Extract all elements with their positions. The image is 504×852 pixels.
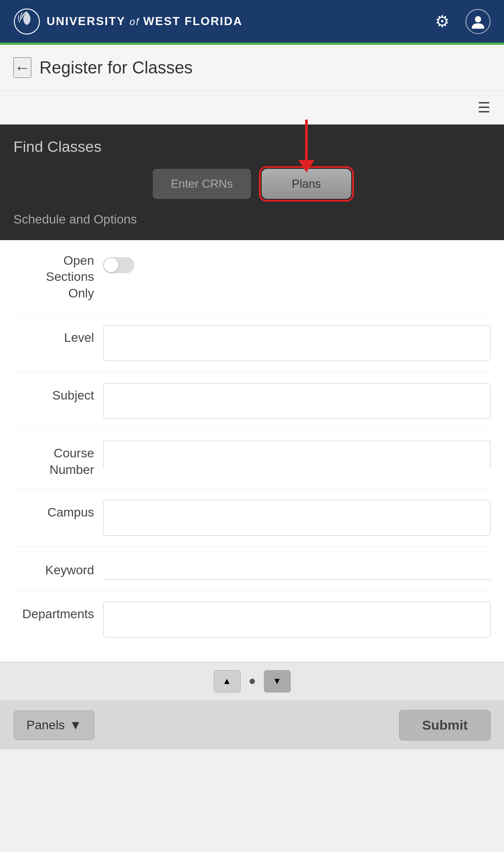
back-button[interactable]: ← (13, 57, 31, 78)
settings-button[interactable]: ⚙ (430, 9, 455, 34)
subject-input[interactable] (103, 383, 491, 419)
open-sections-row: OpenSectionsOnly (13, 240, 491, 314)
enter-crns-button[interactable]: Enter CRNs (153, 169, 251, 199)
svg-point-1 (475, 16, 481, 22)
page-up-button[interactable]: ▲ (214, 670, 241, 693)
level-input[interactable] (103, 325, 491, 361)
find-classes-title: Find Classes (13, 138, 491, 155)
logo: UNIVERSITY of WEST FLORIDA (13, 8, 243, 35)
user-icon (470, 13, 486, 30)
up-arrow-icon: ▲ (223, 676, 232, 686)
campus-input[interactable] (103, 500, 491, 536)
level-label: Level (13, 325, 94, 346)
subject-label: Subject (13, 383, 94, 404)
hamburger-menu-button[interactable]: ☰ (478, 99, 491, 116)
submit-button[interactable]: Submit (399, 710, 491, 740)
user-profile-button[interactable] (465, 9, 491, 34)
panels-button[interactable]: Panels ▼ (13, 710, 95, 740)
gear-icon: ⚙ (435, 12, 449, 31)
schedule-options-label: Schedule and Options (13, 212, 491, 227)
app-header: UNIVERSITY of WEST FLORIDA ⚙ (0, 0, 504, 45)
course-number-row: CourseNumber (13, 430, 491, 489)
down-arrow-icon: ▼ (273, 676, 282, 686)
find-classes-section: Find Classes Enter CRNs Plans Schedule a… (0, 125, 504, 240)
uwf-logo-icon (13, 8, 40, 35)
keyword-input[interactable] (103, 558, 491, 580)
header-icons: ⚙ (430, 9, 491, 34)
plans-button-wrapper: Plans (262, 169, 351, 199)
keyword-row: Keyword (13, 547, 491, 591)
bottom-bar: Panels ▼ Submit (0, 701, 504, 749)
keyword-label: Keyword (13, 558, 94, 578)
form-section: OpenSectionsOnly Level Subject CourseNum… (0, 240, 504, 662)
departments-label: Departments (13, 602, 94, 622)
page-title: Register for Classes (39, 58, 193, 77)
course-number-label: CourseNumber (13, 441, 94, 478)
open-sections-toggle[interactable] (103, 257, 134, 273)
logo-text: UNIVERSITY of WEST FLORIDA (47, 14, 243, 28)
page-dot (250, 679, 255, 684)
panels-chevron-icon: ▼ (69, 718, 82, 732)
crns-plans-row: Enter CRNs Plans (13, 169, 491, 199)
back-navigation: ← Register for Classes (0, 45, 504, 91)
campus-label: Campus (13, 500, 94, 521)
panels-label: Panels (26, 718, 65, 732)
departments-input[interactable] (103, 602, 491, 637)
toggle-knob (104, 258, 118, 272)
plans-button[interactable]: Plans (262, 169, 351, 199)
departments-row: Departments (13, 591, 491, 648)
page-down-button[interactable]: ▼ (264, 670, 291, 693)
level-row: Level (13, 314, 491, 372)
campus-row: Campus (13, 489, 491, 547)
open-sections-label: OpenSectionsOnly (13, 253, 94, 301)
pagination-bar: ▲ ▼ (0, 662, 504, 701)
course-number-input[interactable] (103, 441, 491, 468)
menu-bar: ☰ (0, 91, 504, 125)
subject-row: Subject (13, 372, 491, 430)
